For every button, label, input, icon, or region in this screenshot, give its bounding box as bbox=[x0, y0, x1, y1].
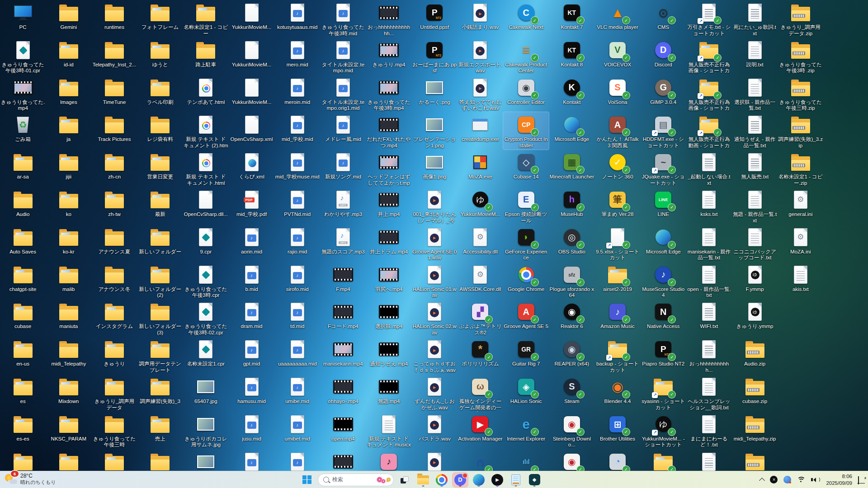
task-view-button[interactable] bbox=[397, 473, 412, 487]
desktop-icon[interactable]: midi_Telepathy bbox=[46, 337, 91, 374]
desktop-icon[interactable]: 羽尻へ.mp4 bbox=[366, 262, 412, 300]
desktop-icon[interactable]: ヘルスコンプレッション__歌詞.txt bbox=[686, 374, 732, 412]
desktop-icon[interactable]: ≡✓Cakewalk Product Center bbox=[503, 38, 549, 75]
desktop-icon[interactable]: runtimes bbox=[91, 0, 137, 38]
desktop-icon[interactable]: ゆF.ymmp bbox=[732, 262, 778, 300]
desktop-icon[interactable]: ohhayo-.mp4 bbox=[320, 374, 366, 412]
desktop-icon[interactable]: 最新 bbox=[137, 187, 183, 225]
desktop-icon[interactable]: ✓Google Chrome bbox=[503, 262, 549, 300]
desktop-icon[interactable]: ▶小銭詰まり.wav bbox=[458, 0, 503, 38]
desktop-icon[interactable]: おっhhhhhhhhhhhhh... bbox=[366, 0, 412, 38]
desktop-icon[interactable]: ◉✓REAPER (x64) bbox=[549, 337, 594, 374]
desktop-icon[interactable]: id-id bbox=[46, 38, 91, 75]
desktop-icon[interactable]: ♪タイトル未設定.tempo.orig1.mid bbox=[320, 75, 366, 113]
desktop-icon[interactable]: ゆ✓↗YukkuriMovieM... - ショートカット bbox=[641, 412, 686, 449]
desktop-icon[interactable]: ♪きゅうり食ってた午後3時.mid bbox=[320, 0, 366, 38]
desktop-icon[interactable]: 新規 テキスト ドキュメント.html bbox=[183, 150, 229, 187]
desktop-icon[interactable]: A✓Groove Agent SE 5 bbox=[503, 299, 549, 337]
desktop-icon[interactable]: 通知うぜえ.mp4 bbox=[366, 337, 412, 374]
desktop-icon[interactable]: ▶こってゅｈｄすおｆｄｓｂふぁ.wav bbox=[412, 337, 458, 374]
desktop-icon[interactable]: フォトフレーム bbox=[137, 0, 183, 38]
desktop-icon[interactable]: ◉✓Blender 4.4 bbox=[594, 374, 640, 412]
notes-app-button[interactable] bbox=[508, 473, 524, 487]
desktop-icon[interactable]: Images bbox=[46, 75, 91, 113]
desktop-icon[interactable]: ✓↗syasinn - ショートカット bbox=[641, 374, 686, 412]
desktop-icon[interactable]: 65407.jpg bbox=[183, 374, 229, 412]
desktop-icon[interactable]: ♪PVTNd.mid bbox=[274, 187, 320, 225]
desktop-icon[interactable]: 説明.txt bbox=[732, 38, 778, 75]
edge-button[interactable] bbox=[471, 473, 486, 487]
desktop-icon[interactable]: ⚙general.ini bbox=[778, 187, 823, 225]
desktop-icon[interactable]: PNT2おーばーまにあ.ppsf bbox=[412, 38, 458, 75]
tray-overflow-chevron-icon[interactable] bbox=[760, 478, 765, 483]
desktop-icon[interactable]: S✓VoiSona bbox=[594, 75, 640, 113]
desktop-icon[interactable]: 画像1.png bbox=[412, 150, 458, 187]
desktop-icon[interactable]: 新規 テキスト ドキュメント.musicxml bbox=[366, 412, 412, 449]
desktop-icon[interactable]: ✓↗backup - ショートカット bbox=[594, 337, 640, 374]
desktop-icon[interactable]: 名称未設定1 - コピー bbox=[183, 0, 229, 38]
start-button[interactable] bbox=[299, 473, 315, 487]
desktop-icon[interactable]: PNT2✓Piapro Studio NT2 bbox=[641, 337, 686, 374]
desktop-icon[interactable]: ω✓孤独なインディーゲーム開発者の一生 ... bbox=[458, 374, 503, 412]
media-player-button[interactable]: ▶ bbox=[490, 473, 505, 487]
desktop-icon[interactable]: ✓Microsoft Edge bbox=[549, 112, 594, 150]
desktop-icon[interactable]: ✓↗無人販売不正行為画像 - ショートカッ... bbox=[686, 38, 732, 75]
tray-close-app-icon[interactable]: × bbox=[770, 476, 778, 483]
desktop-icon[interactable]: zh-cn bbox=[91, 150, 137, 187]
search-box[interactable]: 検索 bbox=[318, 474, 394, 486]
desktop-icon[interactable]: 新規 テキスト ドキュメント (2).html bbox=[183, 112, 229, 150]
desktop-icon[interactable]: おっhhhhhhhhhhh... bbox=[686, 337, 732, 374]
desktop-icon[interactable]: ar-sa bbox=[0, 150, 46, 187]
desktop-icon[interactable]: きゅうり食ってた午後三時.zip bbox=[778, 75, 823, 113]
desktop-icon[interactable]: ♪kotusytuaaus.mid bbox=[274, 0, 320, 38]
desktop-icon[interactable]: ゆきゅうり.ymmp bbox=[732, 299, 778, 337]
desktop-icon[interactable]: きゅうり食ってた午後3時.mp4 bbox=[366, 75, 412, 113]
wifi-icon[interactable] bbox=[797, 477, 805, 483]
desktop-icon[interactable]: YukkuriMovieM... bbox=[229, 75, 274, 113]
desktop-icon[interactable]: Fコード.mp4 bbox=[320, 299, 366, 337]
desktop-icon[interactable]: midi_Telepathy.zip bbox=[732, 412, 778, 449]
desktop-icon[interactable]: まにまにわーるど！.txt bbox=[686, 412, 732, 449]
desktop-icon[interactable]: GR✓Guitar Rig 7 bbox=[503, 337, 549, 374]
desktop-icon[interactable]: ♪hamusu.mid bbox=[229, 374, 274, 412]
desktop-icon[interactable]: N✓Native Access bbox=[641, 299, 686, 337]
desktop-icon[interactable]: Audio.zip bbox=[732, 337, 778, 374]
desktop-icon[interactable]: ゆうと bbox=[137, 38, 183, 75]
desktop-icon[interactable]: ♪✓Amazon Music bbox=[594, 299, 640, 337]
desktop-icon[interactable]: ▶新規エクスポート.wav bbox=[458, 38, 503, 75]
desktop-icon[interactable]: 無題 - 親作品一覧.txt bbox=[732, 187, 778, 225]
desktop-icon[interactable]: 無題.mp4 bbox=[366, 374, 412, 412]
desktop-icon[interactable]: ▲✓VLC media player bbox=[594, 0, 640, 38]
desktop-icon[interactable]: ◈✓HALion Sonic bbox=[503, 374, 549, 412]
desktop-icon[interactable]: PNT2Untitled.ppsf bbox=[412, 0, 458, 38]
desktop-icon[interactable]: かるーく.png bbox=[412, 75, 458, 113]
desktop-icon[interactable]: 調声用データテンプレート bbox=[137, 337, 183, 374]
desktop-icon[interactable]: en-us bbox=[0, 337, 46, 374]
desktop-icon[interactable]: ✓airset2-2019 bbox=[594, 262, 640, 300]
desktop-icon[interactable]: ラベル印刷 bbox=[137, 75, 183, 113]
desktop-icon[interactable]: OpenCvSharp.dll... bbox=[183, 187, 229, 225]
desktop-icon[interactable]: ▶001_東北きりたん（ノーマル）_今じゃ... bbox=[412, 187, 458, 225]
desktop-icon[interactable]: 新しいフォルダー (3) bbox=[137, 299, 183, 337]
tray-app-icon[interactable] bbox=[783, 476, 791, 483]
desktop-icon[interactable]: ♻ごみ箱 bbox=[0, 112, 46, 150]
desktop-icon[interactable]: ▶答え知っててもむずいわこれ.wav bbox=[458, 75, 503, 113]
desktop-icon[interactable]: ♪meroin.mid bbox=[274, 75, 320, 113]
desktop-icon[interactable]: maniuta bbox=[46, 299, 91, 337]
desktop-icon[interactable]: きゅうり食ってた午後三時 bbox=[91, 412, 137, 449]
desktop-icon[interactable]: es bbox=[0, 374, 46, 412]
desktop-icon[interactable]: きゅうり.mp4 bbox=[366, 38, 412, 75]
desktop-icon[interactable]: ◇✓Cubase 14 bbox=[503, 150, 549, 187]
desktop-icon[interactable]: プレゼンテーション1.png bbox=[412, 112, 458, 150]
file-explorer-button[interactable] bbox=[415, 473, 431, 487]
desktop-icon[interactable]: ▦✓Minecraft Launcher bbox=[549, 150, 594, 187]
desktop-icon[interactable]: K✓Kontakt bbox=[549, 75, 594, 113]
desktop-icon[interactable]: OpenCvSharp.xml bbox=[229, 112, 274, 150]
desktop-icon[interactable]: 筆✓筆まめ Ver.28 bbox=[594, 187, 640, 225]
desktop-icon[interactable]: ♪aorin.mid bbox=[229, 225, 274, 262]
desktop-icon[interactable]: ♪メドレー風.mid bbox=[320, 112, 366, 150]
desktop-icon[interactable]: Track Pictures bbox=[91, 112, 137, 150]
desktop-icon[interactable]: ✓↗無人販売不正行為動画 - ショートカット bbox=[686, 112, 732, 150]
desktop-icon[interactable]: 調声練習(失敗)_3 bbox=[137, 374, 183, 412]
desktop-icon[interactable]: きゅうり食ってた午後3時-02.cpr bbox=[183, 299, 229, 337]
